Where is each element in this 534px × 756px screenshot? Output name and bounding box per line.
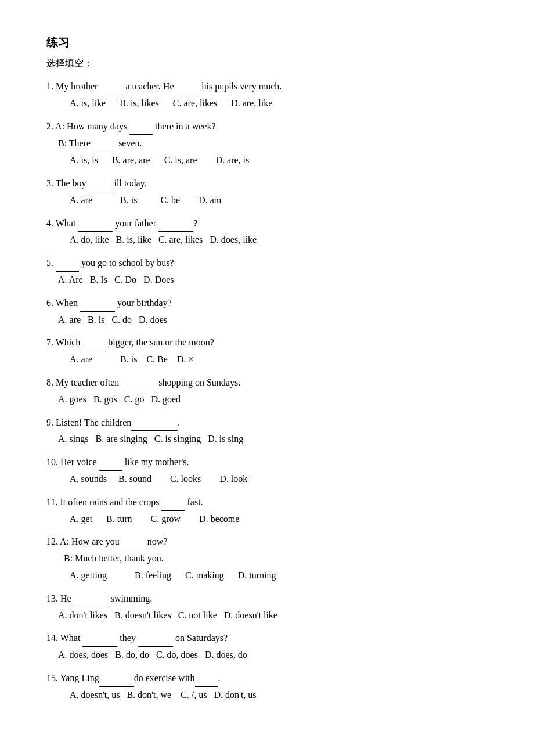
question-5: 5. you go to school by bus? A. Are B. Is… — [46, 254, 488, 289]
q8-text: 8. My teacher often shopping on Sundays. — [46, 377, 240, 387]
question-3: 3. The boy ill today. A. are B. is C. be… — [46, 175, 488, 209]
question-9: 9. Listen! The children . A. sings B. ar… — [46, 414, 488, 448]
q13-text: 13. He swimming. — [46, 593, 152, 603]
q6-text: 6. When your birthday? — [46, 298, 172, 308]
question-15: 15. Yang Ling do exercise with . A. does… — [46, 669, 488, 704]
q3-text: 3. The boy ill today. — [46, 178, 146, 188]
q15-options: A. doesn't, us B. don't, we C. /, us D. … — [70, 687, 488, 704]
question-6: 6. When your birthday? A. are B. is C. d… — [46, 294, 488, 329]
question-4: 4. What your father ? A. do, like B. is,… — [46, 215, 488, 249]
q14-text: 14. What they on Saturdays? — [46, 633, 228, 643]
questions-container: 1. My brother a teacher. He his pupils v… — [46, 78, 488, 704]
q9-text: 9. Listen! The children . — [46, 417, 180, 427]
q6-options: A. are B. is C. do D. does — [58, 312, 488, 329]
q2-text-q: 2. A: How many days there in a week? — [46, 121, 216, 131]
q12-text-a: B: Much better, thank you. — [64, 553, 164, 563]
question-14: 14. What they on Saturdays? A. does, doe… — [46, 629, 488, 664]
q4-text: 4. What your father ? — [46, 218, 197, 228]
q10-text: 10. Her voice like my mother's. — [46, 457, 189, 467]
q5-text: 5. you go to school by bus? — [46, 258, 174, 268]
q7-options: A. are B. is C. Be D. × — [70, 351, 488, 368]
q2-options: A. is, is B. are, are C. is, are D. are,… — [70, 152, 488, 169]
q2-text-a: B: There seven. — [58, 138, 142, 148]
q9-options: A. sings B. are singing C. is singing D.… — [58, 431, 488, 448]
q14-options: A. does, does B. do, do C. do, does D. d… — [58, 647, 488, 664]
q15-text: 15. Yang Ling do exercise with . — [46, 673, 221, 683]
question-2: 2. A: How many days there in a week? B: … — [46, 118, 488, 169]
question-12: 12. A: How are you now? B: Much better, … — [46, 533, 488, 584]
q10-options: A. sounds B. sound C. looks D. look — [70, 471, 488, 488]
question-10: 10. Her voice like my mother's. A. sound… — [46, 453, 488, 488]
q7-text: 7. Which bigger, the sun or the moon? — [46, 337, 214, 347]
q5-options: A. Are B. Is C. Do D. Does — [58, 272, 488, 289]
q1-options: A. is, like B. is, likes C. are, likes D… — [70, 95, 488, 112]
question-1: 1. My brother a teacher. He his pupils v… — [46, 78, 488, 112]
section-label: 选择填空： — [46, 57, 488, 70]
q11-options: A. get B. turn C. grow D. become — [70, 511, 488, 528]
q13-options: A. don't likes B. doesn't likes C. not l… — [58, 607, 488, 624]
q4-options: A. do, like B. is, like C. are, likes D.… — [70, 232, 488, 249]
question-7: 7. Which bigger, the sun or the moon? A.… — [46, 334, 488, 368]
page-title: 练习 — [46, 35, 488, 51]
q1-text: 1. My brother a teacher. He his pupils v… — [46, 81, 282, 91]
q11-text: 11. It often rains and the crops fast. — [46, 497, 203, 507]
question-8: 8. My teacher often shopping on Sundays.… — [46, 374, 488, 408]
q12-text-q: 12. A: How are you now? — [46, 537, 167, 546]
q8-options: A. goes B. gos C. go D. goed — [58, 391, 488, 408]
q12-options: A. getting B. feeling C. making D. turni… — [70, 567, 488, 584]
question-11: 11. It often rains and the crops fast. A… — [46, 494, 488, 528]
question-13: 13. He swimming. A. don't likes B. doesn… — [46, 590, 488, 624]
q3-options: A. are B. is C. be D. am — [70, 192, 488, 209]
